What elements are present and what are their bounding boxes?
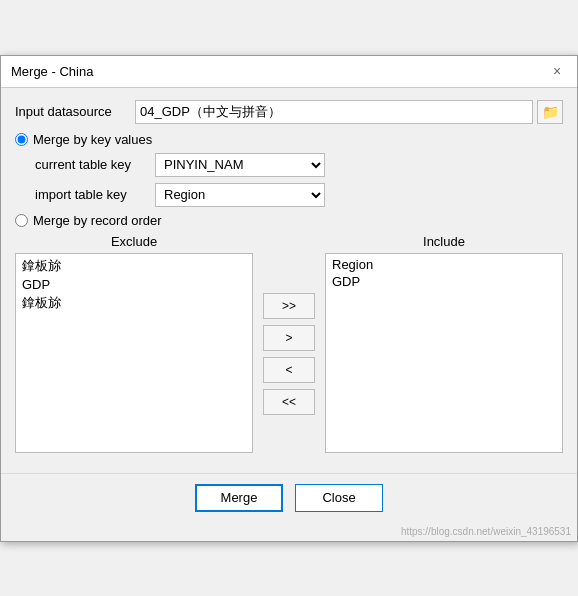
close-icon[interactable]: × [547, 61, 567, 81]
list-item[interactable]: 鎿板旀 [20, 293, 248, 313]
import-table-key-select[interactable]: Region [155, 183, 325, 207]
merge-by-order-radio-row: Merge by record order [15, 213, 563, 228]
watermark: https://blog.csdn.net/weixin_43196531 [1, 526, 577, 541]
exclude-panel: Exclude 鎿板旀 GDP 鎿板旀 [15, 234, 253, 453]
merge-dialog: Merge - China × Input datasource 📁 Merge… [0, 55, 578, 542]
merge-by-order-radio[interactable] [15, 214, 28, 227]
exclude-listbox[interactable]: 鎿板旀 GDP 鎿板旀 [15, 253, 253, 453]
dialog-title: Merge - China [11, 64, 93, 79]
list-item[interactable]: GDP [20, 276, 248, 293]
datasource-label: Input datasource [15, 104, 135, 119]
close-button[interactable]: Close [295, 484, 383, 512]
datasource-row: Input datasource 📁 [15, 100, 563, 124]
merge-by-key-radio-row: Merge by key values [15, 132, 563, 147]
current-table-key-label: current table key [35, 157, 155, 172]
import-table-key-row: import table key Region [35, 183, 563, 207]
datasource-input[interactable] [135, 100, 533, 124]
title-bar: Merge - China × [1, 56, 577, 88]
folder-icon: 📁 [542, 104, 559, 120]
list-item[interactable]: GDP [330, 273, 558, 290]
dialog-footer: Merge Close [1, 473, 577, 526]
move-right-button[interactable]: > [263, 325, 315, 351]
move-all-right-button[interactable]: >> [263, 293, 315, 319]
include-header: Include [423, 234, 465, 249]
dialog-content: Input datasource 📁 Merge by key values c… [1, 88, 577, 473]
merge-by-key-radio[interactable] [15, 133, 28, 146]
import-table-key-label: import table key [35, 187, 155, 202]
columns-transfer-area: Exclude 鎿板旀 GDP 鎿板旀 >> > < << Include Re… [15, 234, 563, 453]
exclude-header: Exclude [111, 234, 157, 249]
include-panel: Include Region GDP [325, 234, 563, 453]
list-item[interactable]: 鎿板旀 [20, 256, 248, 276]
current-table-key-row: current table key PINYIN_NAM [35, 153, 563, 177]
merge-by-key-label[interactable]: Merge by key values [33, 132, 152, 147]
folder-button[interactable]: 📁 [537, 100, 563, 124]
include-listbox[interactable]: Region GDP [325, 253, 563, 453]
merge-button[interactable]: Merge [195, 484, 283, 512]
list-item[interactable]: Region [330, 256, 558, 273]
current-table-key-select[interactable]: PINYIN_NAM [155, 153, 325, 177]
merge-by-order-label[interactable]: Merge by record order [33, 213, 162, 228]
move-left-button[interactable]: < [263, 357, 315, 383]
move-all-left-button[interactable]: << [263, 389, 315, 415]
transfer-buttons: >> > < << [253, 256, 325, 453]
